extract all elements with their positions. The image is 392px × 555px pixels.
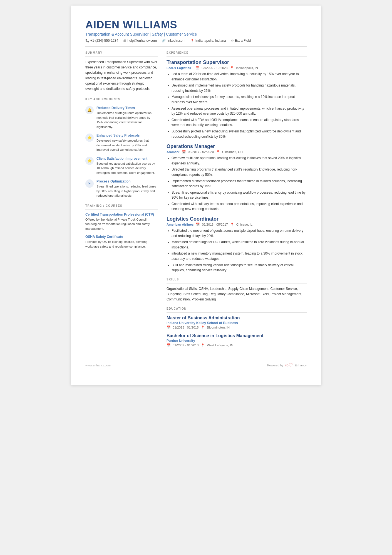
job-1: Transportation Supervisor FedEx Logistic… [167, 60, 307, 139]
body-layout: SUMMARY Experienced Transportation Super… [85, 51, 307, 351]
bullet-2-1: Oversaw multi-site operations, leading c… [172, 156, 307, 166]
achievement-item-3: ⭐ Client Satisfaction Improvement Booste… [85, 157, 158, 175]
job-bullets-2: Oversaw multi-site operations, leading c… [172, 156, 307, 212]
bullet-2-4: Streamlined operational efficiency by op… [172, 190, 307, 200]
edu-school-1: Indiana University Kelley School of Busi… [167, 321, 307, 325]
education-title: EDUCATION [167, 307, 307, 310]
contact-linkedin: 🔗 linkedin.com [162, 39, 185, 43]
achievements-section: KEY ACHIEVEMENTS 🔔 Reduced Delivery Time… [85, 98, 158, 198]
achievement-icon-3: ⭐ [85, 157, 94, 165]
training-name-2: OSHA Safety Certificate [85, 235, 158, 239]
edu-degree-2: Bachelor of Science in Logistics Managem… [167, 333, 307, 338]
edu-item-2: Bachelor of Science in Logistics Managem… [167, 333, 307, 347]
bullet-2-3: Implemented customer feedback processes … [172, 179, 307, 189]
brand-name: Enhancv [295, 364, 307, 367]
contact-email: @ help@enhancv.com [123, 39, 157, 43]
contact-info: 📞 +1-(234)-555-1234 @ help@enhancv.com 🔗… [85, 39, 307, 43]
achievement-content-3: Client Satisfaction Improvement Boosted … [96, 157, 158, 175]
resume-page: AIDEN WILLIAMS Transportation & Account … [71, 6, 321, 385]
bullet-3-1: Facilitated the movement of goods across… [172, 228, 307, 238]
contact-phone: 📞 +1-(234)-555-1234 [85, 39, 118, 43]
summary-section: SUMMARY Experienced Transportation Super… [85, 51, 158, 92]
edu-dates-2: 01/2009 - 01/2013 [173, 344, 199, 347]
education-divider [167, 312, 307, 313]
summary-title: SUMMARY [85, 51, 158, 54]
training-item-1: Certified Transportation Professional (C… [85, 213, 158, 231]
bullet-3-3: introduced a new inventory management sy… [172, 251, 307, 261]
experience-section: EXPERIENCE Transportation Supervisor Fed… [167, 51, 307, 273]
job-meta-3: American Airlines 📅 02/2015 - 05/2017 📍 … [167, 223, 307, 226]
bullet-3-2: Maintained detailed logs for DOT audits,… [172, 240, 307, 250]
achievement-desc-3: Boosted key account satisfaction scores … [96, 161, 158, 175]
job-company-3: American Airlines [167, 223, 193, 226]
edu-degree-1: Master of Business Administration [167, 315, 307, 320]
cal-icon-3: 📅 [196, 223, 200, 226]
achievement-item-4: ✂ Process Optimization Streamlined opera… [85, 179, 158, 198]
job-bullets-3: Facilitated the movement of goods across… [172, 228, 307, 273]
job-location-2: Cincinnati, OH [222, 150, 243, 154]
achievement-desc-4: Streamlined operations, reducing lead ti… [96, 184, 158, 198]
job-company-2: Aramark [167, 150, 180, 154]
achievement-desc-2: Developed new safety procedures that dec… [96, 138, 158, 152]
achievement-item-2: ⭐ Enhanced Safety Protocols Developed ne… [85, 134, 158, 152]
training-desc-2: Provided by OSHA Training Institute, cov… [85, 240, 158, 249]
education-section: EDUCATION Master of Business Administrat… [167, 307, 307, 347]
job-company-1: FedEx Logistics [167, 66, 191, 70]
training-item-2: OSHA Safety Certificate Provided by OSHA… [85, 235, 158, 249]
job-title-1: Transportation Supervisor [167, 60, 307, 65]
edu-meta-1: 📅 01/2013 - 01/2015 📍 Bloomington, IN [167, 325, 307, 329]
experience-divider [167, 56, 307, 57]
bullet-1-4: Assessed operational processes and initi… [172, 106, 307, 116]
pin-icon-3: 📍 [230, 223, 234, 226]
bullet-1-1: Led a team of 20 for on-time deliveries,… [172, 71, 307, 82]
edu-cal-icon-1: 📅 [167, 325, 170, 329]
achievement-content-4: Process Optimization Streamlined operati… [96, 179, 158, 198]
summary-divider [85, 56, 158, 57]
job-bullets-1: Led a team of 20 for on-time deliveries,… [172, 71, 307, 139]
achievement-icon-1: 🔔 [85, 106, 94, 114]
pin-icon-1: 📍 [230, 66, 234, 70]
bullet-2-5: Coordinated with culinary teams on menu … [172, 201, 307, 212]
summary-text: Experienced Transportation Supervisor wi… [85, 60, 158, 92]
achievement-title-4: Process Optimization [96, 179, 158, 183]
achievement-title-1: Reduced Delivery Times [96, 106, 158, 110]
training-desc-1: Offered by the National Private Truck Co… [85, 217, 158, 231]
job-3: Logistics Coordinator American Airlines … [167, 216, 307, 273]
achievement-icon-2: ⭐ [85, 134, 94, 142]
enhancv-logo-icon: ∞♡ [285, 362, 293, 368]
skills-text: Organizational Skills, OSHA, Leadership,… [167, 286, 307, 302]
email-icon: @ [123, 39, 126, 42]
training-name-1: Certified Transportation Professional (C… [85, 213, 158, 216]
job-meta-2: Aramark 📅 06/2017 - 02/2020 📍 Cincinnati… [167, 150, 307, 154]
bullet-3-4: Built and maintained strong vendor relat… [172, 263, 307, 273]
cal-icon-1: 📅 [195, 66, 199, 70]
location-icon: 📍 [190, 39, 194, 43]
job-2: Operations Manager Aramark 📅 06/2017 - 0… [167, 144, 307, 212]
skills-title: SKILLS [167, 278, 307, 281]
bullet-1-3: Managed client relationships for key acc… [172, 94, 307, 105]
achievement-content-2: Enhanced Safety Protocols Developed new … [96, 134, 158, 152]
left-column: SUMMARY Experienced Transportation Super… [85, 51, 158, 351]
phone-icon: 📞 [85, 39, 89, 43]
header-divider [85, 46, 307, 47]
contact-location: 📍 Indianapolis, Indiana [190, 39, 226, 43]
edu-item-1: Master of Business Administration Indian… [167, 315, 307, 329]
achievement-title-3: Client Satisfaction Improvement [96, 157, 158, 161]
job-title-2: Operations Manager [167, 144, 307, 149]
candidate-subtitle: Transportation & Account Supervisor | Sa… [85, 32, 307, 36]
bullet-2-2: Directed training programs that enhanced… [172, 167, 307, 177]
experience-title: EXPERIENCE [167, 51, 307, 54]
edu-pin-icon-1: 📍 [201, 325, 205, 329]
edu-location-1: Bloomington, IN [207, 326, 230, 329]
bullet-1-6: Successfully piloted a new scheduling sy… [172, 129, 307, 139]
job-meta-1: FedEx Logistics 📅 03/2020 - 10/2023 📍 In… [167, 66, 307, 70]
bullet-1-5: Coordinated with FDA and OSHA compliance… [172, 117, 307, 128]
edu-meta-2: 📅 01/2009 - 01/2013 📍 West Lafayette, IN [167, 343, 307, 347]
edu-location-2: West Lafayette, IN [207, 344, 233, 347]
edu-pin-icon-2: 📍 [201, 343, 205, 347]
footer-brand: Powered by ∞♡ Enhancv [267, 362, 307, 368]
job-title-3: Logistics Coordinator [167, 216, 307, 222]
job-dates-2: 06/2017 - 02/2020 [188, 150, 214, 154]
achievement-item-1: 🔔 Reduced Delivery Times Implemented str… [85, 106, 158, 129]
job-dates-1: 03/2020 - 10/2023 [202, 66, 227, 70]
